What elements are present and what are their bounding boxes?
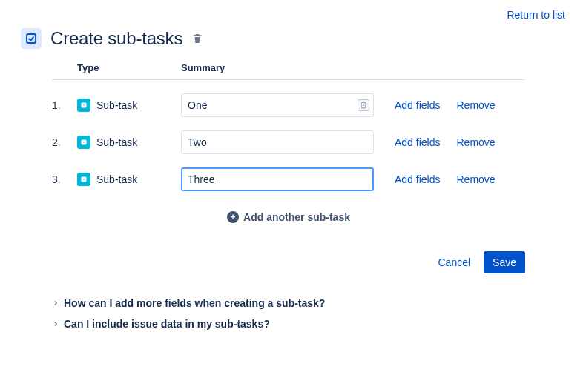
chevron-right-icon xyxy=(52,320,59,328)
page-title: Create sub-tasks xyxy=(50,28,182,49)
subtask-row: 2.Sub-taskAdd fieldsRemove xyxy=(52,117,525,154)
column-header-type: Type xyxy=(77,62,181,80)
summary-input[interactable] xyxy=(181,167,374,191)
column-header-summary: Summary xyxy=(181,62,381,80)
delete-icon[interactable] xyxy=(191,33,203,44)
type-label: Sub-task xyxy=(96,99,137,111)
help-label: How can I add more fields when creating … xyxy=(64,297,325,309)
help-expander[interactable]: How can I add more fields when creating … xyxy=(52,293,570,313)
return-to-list-link[interactable]: Return to list xyxy=(507,9,565,21)
subtask-row: 1.Sub-taskAdd fieldsRemove xyxy=(52,80,525,118)
add-fields-link[interactable]: Add fields xyxy=(395,136,440,148)
save-button[interactable]: Save xyxy=(484,251,525,273)
subtask-type-icon xyxy=(77,173,90,186)
help-label: Can I include issue data in my sub-tasks… xyxy=(64,318,270,330)
add-another-label: Add another sub-task xyxy=(243,211,350,223)
svg-rect-0 xyxy=(27,34,36,43)
remove-link[interactable]: Remove xyxy=(456,99,495,111)
row-number: 1. xyxy=(52,80,77,118)
chevron-right-icon xyxy=(52,299,59,307)
type-label: Sub-task xyxy=(96,173,137,185)
subtask-row: 3.Sub-taskAdd fieldsRemove xyxy=(52,154,525,191)
remove-link[interactable]: Remove xyxy=(456,136,495,148)
svg-rect-9 xyxy=(83,179,85,181)
rule-action-icon xyxy=(21,28,42,49)
cancel-button[interactable]: Cancel xyxy=(438,256,470,268)
subtask-type-icon xyxy=(77,99,90,112)
add-another-subtask-button[interactable]: + Add another sub-task xyxy=(227,211,350,223)
row-number: 2. xyxy=(52,117,77,154)
plus-icon: + xyxy=(227,211,239,223)
summary-input[interactable] xyxy=(181,93,374,117)
type-label: Sub-task xyxy=(96,136,137,148)
add-fields-link[interactable]: Add fields xyxy=(395,99,440,111)
row-number: 3. xyxy=(52,154,77,191)
add-fields-link[interactable]: Add fields xyxy=(395,173,440,185)
form-autofill-icon[interactable] xyxy=(358,99,369,111)
subtask-type-icon xyxy=(77,136,90,149)
remove-link[interactable]: Remove xyxy=(456,173,495,185)
summary-input[interactable] xyxy=(181,130,374,154)
svg-rect-7 xyxy=(83,142,85,144)
svg-rect-2 xyxy=(83,104,85,107)
help-expander[interactable]: Can I include issue data in my sub-tasks… xyxy=(52,313,570,334)
